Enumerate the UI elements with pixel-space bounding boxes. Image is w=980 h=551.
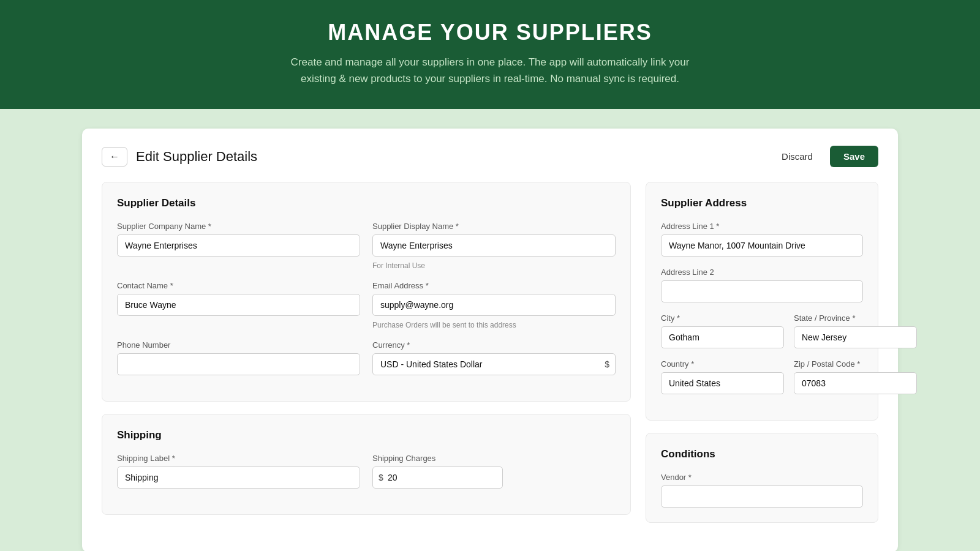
contact-name-label: Contact Name *	[117, 281, 360, 290]
page-title: Edit Supplier Details	[136, 149, 257, 165]
phone-group: Phone Number	[117, 340, 360, 375]
state-input[interactable]	[794, 326, 917, 348]
supplier-details-section: Supplier Details Supplier Company Name *…	[102, 182, 631, 402]
contact-email-row: Contact Name * Email Address * Purchase …	[117, 281, 616, 329]
address2-label: Address Line 2	[661, 268, 863, 277]
contact-name-input[interactable]	[117, 294, 360, 316]
supplier-address-title: Supplier Address	[661, 197, 863, 209]
left-column: Supplier Details Supplier Company Name *…	[102, 182, 631, 535]
main-container: ← Edit Supplier Details Discard Save Sup…	[67, 129, 913, 551]
country-input[interactable]	[661, 372, 784, 394]
page-header: MANAGE YOUR SUPPLIERS Create and manage …	[0, 0, 980, 109]
shipping-row: Shipping Label * Shipping Charges $	[117, 454, 616, 489]
display-name-label: Supplier Display Name *	[372, 222, 616, 231]
contact-name-group: Contact Name *	[117, 281, 360, 329]
address2-group: Address Line 2	[661, 268, 863, 302]
phone-label: Phone Number	[117, 340, 360, 350]
shipping-title: Shipping	[117, 429, 616, 441]
address1-label: Address Line 1 *	[661, 222, 863, 231]
company-name-group: Supplier Company Name *	[117, 222, 360, 270]
company-display-row: Supplier Company Name * Supplier Display…	[117, 222, 616, 270]
display-name-group: Supplier Display Name * For Internal Use	[372, 222, 616, 270]
shipping-label-input[interactable]	[117, 467, 360, 489]
currency-select-wrapper: USD - United States Dollar EUR - Euro GB…	[372, 353, 616, 375]
country-label: Country *	[661, 359, 784, 369]
shipping-amount-wrapper: $	[372, 467, 616, 489]
phone-currency-row: Phone Number Currency * USD - United Sta…	[117, 340, 616, 375]
phone-input[interactable]	[117, 353, 360, 375]
email-hint: Purchase Orders will be sent to this add…	[372, 321, 616, 329]
shipping-label-label: Shipping Label *	[117, 454, 360, 463]
email-label: Email Address *	[372, 281, 616, 290]
display-name-input[interactable]	[372, 234, 616, 257]
currency-select[interactable]: USD - United States Dollar EUR - Euro GB…	[372, 353, 616, 375]
company-name-input[interactable]	[117, 234, 360, 257]
edit-header-row: ← Edit Supplier Details Discard Save	[102, 146, 878, 167]
content-grid: Supplier Details Supplier Company Name *…	[102, 182, 878, 535]
city-label: City *	[661, 313, 784, 323]
shipping-label-group: Shipping Label *	[117, 454, 360, 489]
shipping-charges-label: Shipping Charges	[372, 454, 616, 463]
state-label: State / Province *	[794, 313, 917, 323]
country-group: Country *	[661, 359, 784, 394]
shipping-section: Shipping Shipping Label * Shipping Charg…	[102, 414, 631, 515]
main-card: ← Edit Supplier Details Discard Save Sup…	[82, 129, 898, 551]
discard-button[interactable]: Discard	[772, 146, 823, 167]
vendor-input[interactable]	[661, 485, 863, 508]
zip-group: Zip / Postal Code *	[794, 359, 917, 394]
currency-group: Currency * USD - United States Dollar EU…	[372, 340, 616, 375]
email-input[interactable]	[372, 294, 616, 316]
city-group: City *	[661, 313, 784, 348]
conditions-section: Conditions Vendor *	[646, 433, 878, 523]
currency-prefix-icon: $	[379, 473, 383, 482]
vendor-group: Vendor *	[661, 473, 863, 508]
supplier-address-section: Supplier Address Address Line 1 * Addres…	[646, 182, 878, 421]
header-title: MANAGE YOUR SUPPLIERS	[24, 20, 956, 45]
header-left: ← Edit Supplier Details	[102, 147, 257, 167]
save-button[interactable]: Save	[830, 146, 878, 167]
header-subtitle: Create and manage all your suppliers in …	[276, 54, 704, 87]
supplier-details-title: Supplier Details	[117, 197, 616, 209]
address1-input[interactable]	[661, 234, 863, 257]
address2-input[interactable]	[661, 280, 863, 302]
shipping-charges-group: Shipping Charges $	[372, 454, 616, 489]
header-right: Discard Save	[772, 146, 878, 167]
country-zip-row: Country * Zip / Postal Code *	[661, 359, 863, 394]
currency-label: Currency *	[372, 340, 616, 350]
zip-label: Zip / Postal Code *	[794, 359, 917, 369]
state-group: State / Province *	[794, 313, 917, 348]
city-state-row: City * State / Province *	[661, 313, 863, 348]
shipping-charges-input[interactable]	[372, 467, 503, 489]
back-button[interactable]: ←	[102, 147, 127, 167]
address1-group: Address Line 1 *	[661, 222, 863, 257]
company-name-label: Supplier Company Name *	[117, 222, 360, 231]
display-name-hint: For Internal Use	[372, 261, 616, 270]
city-input[interactable]	[661, 326, 784, 348]
zip-input[interactable]	[794, 372, 917, 394]
vendor-label: Vendor *	[661, 473, 863, 482]
right-column: Supplier Address Address Line 1 * Addres…	[646, 182, 878, 535]
email-group: Email Address * Purchase Orders will be …	[372, 281, 616, 329]
conditions-title: Conditions	[661, 448, 863, 460]
